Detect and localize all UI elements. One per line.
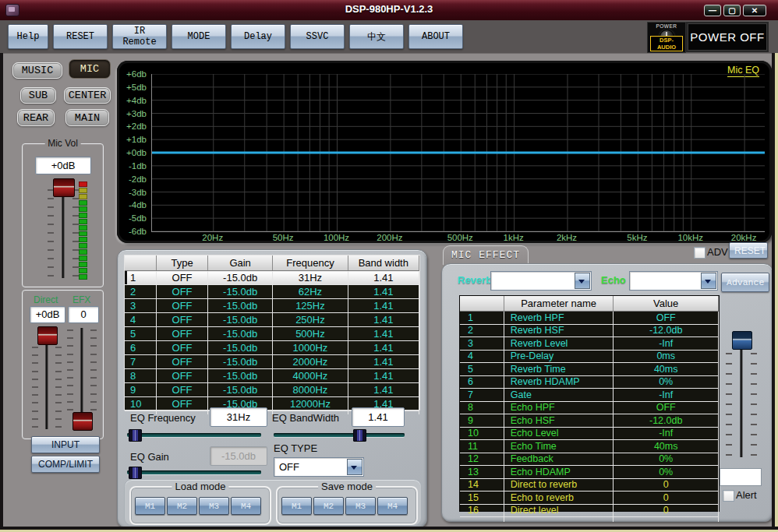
eq-type-dropdown[interactable]: OFF bbox=[274, 457, 364, 477]
tick-mark bbox=[67, 393, 73, 395]
slider-track[interactable] bbox=[127, 470, 261, 474]
toolbar-button-ssvc[interactable]: SSVC bbox=[290, 24, 345, 49]
dropdown-arrow-icon[interactable] bbox=[347, 459, 362, 475]
eq-table-row[interactable]: 9OFF-15.0db8000Hz1.41 bbox=[125, 383, 419, 397]
toolbar-button-help[interactable]: Help bbox=[8, 24, 48, 49]
toolbar-button-ir-remote[interactable]: IR Remote bbox=[112, 24, 167, 49]
tab-mic[interactable]: MIC bbox=[69, 59, 111, 79]
load-mode-button-m3[interactable]: M3 bbox=[199, 497, 229, 515]
load-mode-button-m1[interactable]: M1 bbox=[135, 497, 165, 515]
mic-vol-slider-handle[interactable] bbox=[53, 178, 75, 197]
meter-segment bbox=[79, 213, 87, 218]
tab-rear[interactable]: REAR bbox=[17, 109, 55, 126]
eq-table-row[interactable]: 2OFF-15.0db62Hz1.41 bbox=[125, 285, 419, 299]
effect-table-row[interactable]: 1Reverb HPFOFF bbox=[460, 312, 719, 325]
tick-mark bbox=[72, 249, 79, 251]
input-button[interactable]: INPUT bbox=[31, 436, 100, 453]
tab-music[interactable]: MUSIC bbox=[12, 62, 62, 79]
slider-track[interactable] bbox=[46, 331, 48, 429]
eq-gain-slider-handle[interactable] bbox=[129, 467, 142, 479]
advance-button[interactable]: Advance bbox=[721, 273, 769, 292]
slider-track[interactable] bbox=[127, 433, 261, 437]
save-mode-title: Save mode bbox=[318, 481, 376, 492]
direct-slider-handle[interactable] bbox=[37, 326, 58, 345]
eq-table-row[interactable]: 4OFF-15.0db250Hz1.41 bbox=[125, 313, 419, 327]
mic-effect-tab[interactable]: MIC EFFECT bbox=[443, 245, 529, 265]
echo-dropdown[interactable] bbox=[629, 271, 718, 291]
save-mode-button-m2[interactable]: M2 bbox=[313, 497, 344, 515]
effect-table-row[interactable]: 6Reverb HDAMP0% bbox=[460, 375, 719, 389]
alert-label: Alert bbox=[736, 489, 757, 501]
dropdown-arrow-icon[interactable] bbox=[701, 273, 716, 289]
load-mode-button-m4[interactable]: M4 bbox=[231, 497, 261, 515]
effect-table-row[interactable]: 13Echo HDAMP0% bbox=[460, 466, 719, 479]
tick-mark bbox=[55, 394, 62, 396]
effect-level-slider[interactable] bbox=[724, 329, 759, 460]
save-mode-button-m4[interactable]: M4 bbox=[377, 497, 408, 515]
tick-mark bbox=[67, 337, 73, 339]
effect-param-number: 5 bbox=[460, 363, 504, 376]
slider-track[interactable] bbox=[62, 185, 65, 278]
slider-track[interactable] bbox=[274, 433, 405, 437]
tab-center[interactable]: CENTER bbox=[64, 87, 111, 104]
eq-table-row[interactable]: 3OFF-15.0db125Hz1.41 bbox=[125, 299, 419, 313]
eq-table-row[interactable]: 5OFF-15.0db500Hz1.41 bbox=[125, 327, 419, 341]
toolbar-button-delay[interactable]: Delay bbox=[231, 24, 285, 49]
eq-table-row[interactable]: 7OFF-15.0db2000Hz1.41 bbox=[125, 355, 419, 369]
save-mode-button-m3[interactable]: M3 bbox=[345, 497, 376, 515]
effect-table-row[interactable]: 5Reverb Time40ms bbox=[460, 363, 719, 376]
effect-table-row[interactable]: 7Gate-Inf bbox=[460, 389, 719, 402]
alert-checkbox[interactable] bbox=[723, 490, 734, 502]
effect-table-row[interactable]: 11Echo Time40ms bbox=[460, 440, 719, 453]
effect-table-row[interactable]: 9Echo HSF-12.0db bbox=[460, 414, 719, 428]
toolbar-button-about[interactable]: ABOUT bbox=[408, 24, 463, 49]
effect-table-row[interactable]: 12Feedback0% bbox=[460, 453, 719, 466]
tab-sub[interactable]: SUB bbox=[20, 87, 56, 104]
eq-bandwidth-slider-handle[interactable] bbox=[353, 429, 366, 442]
effect-level-slider-handle[interactable] bbox=[732, 331, 752, 350]
comp-limit-button[interactable]: COMP/LIMIT bbox=[31, 456, 100, 473]
load-mode-button-m2[interactable]: M2 bbox=[167, 497, 197, 515]
effect-table-row[interactable]: 10Echo Level-Inf bbox=[460, 427, 719, 440]
effect-table-row[interactable]: 14Direct to reverb0 bbox=[460, 478, 719, 491]
toolbar-button-item-6[interactable]: 中文 bbox=[349, 24, 404, 49]
efx-slider[interactable] bbox=[66, 326, 97, 431]
eq-table-row[interactable]: 1OFF-15.0db31Hz1.41 bbox=[125, 271, 419, 285]
effect-param-value: OFF bbox=[614, 401, 719, 414]
eq-frequency-slider[interactable] bbox=[127, 429, 261, 440]
close-button[interactable]: ✕ bbox=[743, 5, 766, 16]
tick-mark bbox=[726, 353, 732, 354]
eq-gain-slider[interactable] bbox=[127, 467, 261, 477]
effect-table-row[interactable]: 16Direct level0 bbox=[460, 504, 719, 517]
adv-label: ADV bbox=[707, 246, 728, 258]
effect-table-row[interactable]: 15Echo to reverb0 bbox=[460, 491, 719, 505]
toolbar-button-mode[interactable]: MODE bbox=[172, 24, 226, 49]
eq-table-row[interactable]: 6OFF-15.0db1000Hz1.41 bbox=[125, 341, 419, 355]
effect-table-container: Parameter nameValue1Reverb HPFOFF2Reverb… bbox=[459, 295, 720, 512]
toolbar-button-reset[interactable]: RESET bbox=[53, 24, 108, 49]
effect-table-header bbox=[460, 296, 504, 312]
mic-vol-slider[interactable] bbox=[46, 178, 80, 280]
eq-frequency-slider-handle[interactable] bbox=[129, 429, 142, 442]
adv-checkbox[interactable] bbox=[694, 247, 706, 259]
eq-reset-button[interactable]: RESET bbox=[729, 242, 768, 259]
slider-track[interactable] bbox=[741, 337, 743, 457]
eq-table-row[interactable]: 8OFF-15.0db4000Hz1.41 bbox=[125, 369, 419, 383]
minimize-button[interactable]: — bbox=[704, 5, 721, 16]
save-mode-button-m1[interactable]: M1 bbox=[281, 497, 312, 515]
maximize-button[interactable]: ▢ bbox=[723, 5, 741, 16]
effect-table-row[interactable]: 2Reverb HSF-12.0db bbox=[460, 324, 719, 337]
eq-band-number: 1 bbox=[125, 271, 157, 285]
mic-vol-value: +0dB bbox=[35, 157, 91, 174]
effect-table-row[interactable]: 3Reverb Level-Inf bbox=[460, 337, 719, 351]
eq-bandwidth-slider[interactable] bbox=[274, 429, 405, 440]
tick-mark bbox=[72, 258, 79, 259]
dropdown-arrow-icon[interactable] bbox=[575, 273, 590, 289]
tab-main[interactable]: MAIN bbox=[65, 109, 109, 126]
eq-band-bandwidth: 1.41 bbox=[348, 313, 419, 327]
reverb-dropdown[interactable] bbox=[490, 271, 592, 291]
efx-slider-handle[interactable] bbox=[72, 412, 93, 431]
effect-table-row[interactable]: 8Echo HPFOFF bbox=[460, 401, 719, 414]
effect-table-row[interactable]: 4Pre-Delay0ms bbox=[460, 350, 719, 363]
direct-slider[interactable] bbox=[31, 326, 62, 431]
